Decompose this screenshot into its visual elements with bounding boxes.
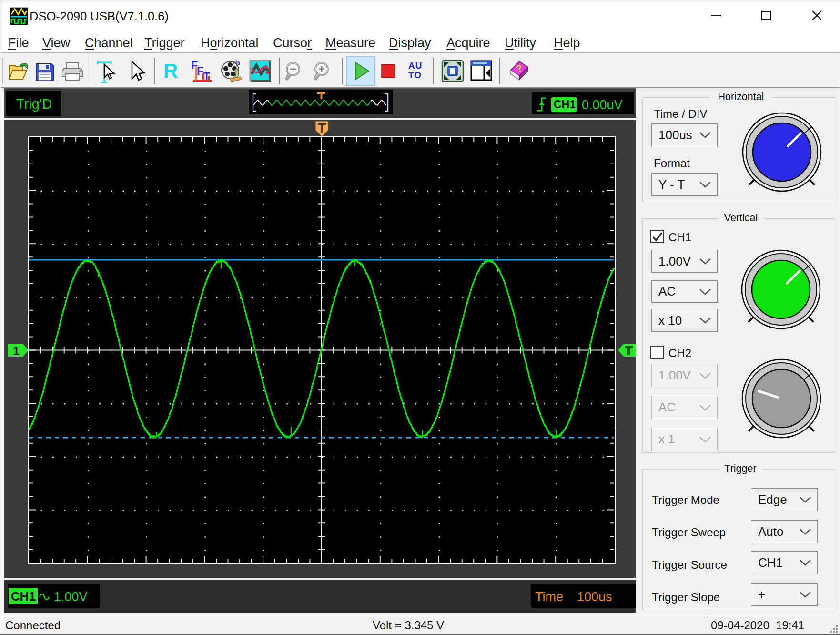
svg-text:T: T [203, 70, 210, 82]
svg-text:100us: 100us [577, 590, 612, 604]
svg-text:1.00V: 1.00V [54, 590, 88, 604]
svg-text:CH1: CH1 [11, 589, 36, 604]
svg-text:CH1: CH1 [554, 98, 576, 111]
svg-text:0.00uV: 0.00uV [582, 98, 623, 112]
svg-text:1: 1 [13, 344, 20, 358]
svg-text:F: F [197, 64, 204, 77]
svg-text:Time: Time [535, 590, 563, 604]
svg-text:Trig'D: Trig'D [16, 96, 52, 112]
